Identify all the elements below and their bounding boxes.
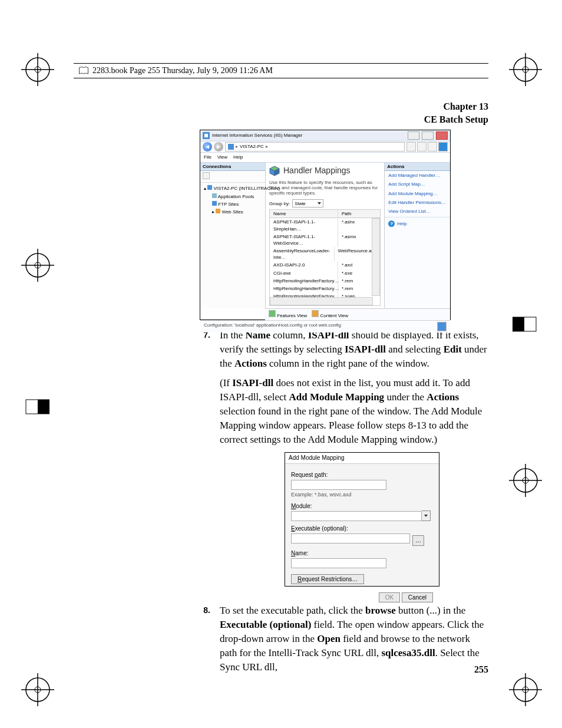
label-executable: Executable (optional): bbox=[291, 525, 433, 533]
handler-grid: Name Path ASPNET-ISAPI-1.1-SimpleHan…*.a… bbox=[269, 209, 381, 306]
add-module-mapping-dialog: Add Module Mapping Request path: Example… bbox=[285, 452, 439, 587]
step7-p1: In the Name column, ISAPI-dll should be … bbox=[220, 328, 488, 370]
close-button[interactable] bbox=[436, 131, 448, 140]
forward-button[interactable]: ► bbox=[214, 142, 223, 151]
svg-rect-33 bbox=[212, 201, 217, 206]
table-row[interactable]: AssemblyResourceLoader-Inte…WebResource.… bbox=[270, 247, 380, 261]
example-hint: Example: *.bas, wsvc.axd bbox=[291, 491, 433, 499]
svg-rect-32 bbox=[212, 193, 217, 198]
svg-rect-27 bbox=[38, 400, 49, 414]
tree-item[interactable]: FTP Sites bbox=[204, 200, 263, 208]
label-name: Name: bbox=[291, 549, 433, 558]
crop-mark-icon bbox=[509, 53, 542, 86]
step-number: 7. bbox=[200, 328, 210, 595]
table-row[interactable]: HttpRemotingHandlerFactory…*.rem bbox=[270, 277, 380, 285]
tree-item[interactable]: ▸ Web Sites bbox=[204, 208, 263, 216]
action-link[interactable]: Edit Handler Permissions… bbox=[385, 198, 450, 207]
connections-pane: Connections ▴ VISTA2-PC (INTELLITRACKIN)… bbox=[200, 163, 266, 308]
tree-root[interactable]: ▴ VISTA2-PC (INTELLITRACKIN) bbox=[204, 185, 263, 192]
main-pane: Handler Mappings Use this feature to spe… bbox=[266, 163, 384, 308]
actions-header: Actions bbox=[385, 163, 450, 171]
browse-button[interactable]: … bbox=[412, 535, 424, 546]
scrollbar-horizontal[interactable] bbox=[270, 297, 373, 305]
tab-features-view[interactable]: Features View bbox=[269, 310, 307, 319]
col-name[interactable]: Name bbox=[270, 210, 338, 218]
action-link[interactable]: Add Managed Handler… bbox=[385, 171, 450, 180]
request-path-input[interactable] bbox=[291, 480, 386, 490]
svg-rect-34 bbox=[216, 209, 220, 213]
name-input[interactable] bbox=[291, 558, 386, 568]
dialog-close-button[interactable] bbox=[426, 455, 435, 462]
table-row[interactable]: ASPNET-ISAPI-1.1-SimpleHan…*.ashx bbox=[270, 218, 380, 232]
ok-button[interactable]: OK bbox=[379, 592, 400, 602]
stop-icon[interactable] bbox=[417, 142, 427, 151]
refresh-icon[interactable] bbox=[406, 142, 416, 151]
table-row[interactable]: HttpRemotingHandlerFactory…*.rem bbox=[270, 285, 380, 292]
request-restrictions-button[interactable]: Request Restrictions… bbox=[291, 574, 364, 584]
book-icon bbox=[78, 66, 89, 75]
tree-toolbar-icon[interactable] bbox=[203, 172, 210, 179]
header-text: 2283.book Page 255 Thursday, July 9, 200… bbox=[92, 65, 273, 77]
menu-view[interactable]: View bbox=[217, 154, 227, 160]
label-module: Module: bbox=[291, 502, 433, 510]
iis-icon bbox=[203, 132, 210, 139]
server-icon bbox=[228, 144, 234, 150]
action-link[interactable]: Add Module Mapping… bbox=[385, 189, 450, 198]
svg-rect-31 bbox=[207, 185, 212, 190]
step-8: 8. To set the executable path, click the… bbox=[200, 604, 488, 680]
page-number: 255 bbox=[474, 663, 488, 676]
maximize-button[interactable] bbox=[422, 131, 434, 140]
menu-file[interactable]: File bbox=[204, 154, 211, 160]
help-icon: ? bbox=[388, 220, 395, 227]
iis-manager-window: Internet Information Services (IIS) Mana… bbox=[200, 130, 451, 320]
window-title: Internet Information Services (IIS) Mana… bbox=[212, 132, 405, 139]
crop-mark-icon bbox=[21, 53, 54, 86]
scrollbar-vertical[interactable] bbox=[372, 218, 380, 296]
col-path[interactable]: Path bbox=[338, 210, 380, 218]
action-link[interactable]: View Ordered List… bbox=[385, 207, 450, 216]
table-row[interactable]: ASPNET-ISAPI-1.1-WebService…*.asmx bbox=[270, 233, 380, 247]
group-label: Group by: bbox=[269, 200, 290, 207]
home-icon[interactable] bbox=[428, 142, 437, 151]
module-dropdown-button[interactable] bbox=[422, 510, 431, 521]
label-request-path: Request path: bbox=[291, 471, 433, 479]
table-row[interactable]: CGI-exe*.exe bbox=[270, 269, 380, 277]
actions-pane: Actions Add Managed Handler…Add Script M… bbox=[384, 163, 450, 308]
connections-header: Connections bbox=[200, 163, 265, 171]
minimize-button[interactable] bbox=[408, 131, 419, 140]
breadcrumb[interactable]: ▸ VISTA2-PC ▸ bbox=[225, 142, 405, 151]
cancel-button[interactable]: Cancel bbox=[402, 592, 433, 602]
feature-title: Handler Mappings bbox=[283, 165, 351, 177]
back-button[interactable]: ◄ bbox=[203, 142, 212, 151]
crop-mark-icon bbox=[509, 464, 542, 497]
help-link[interactable]: ?Help bbox=[385, 219, 450, 229]
menu-help[interactable]: Help bbox=[233, 154, 243, 160]
group-by-select[interactable]: State bbox=[292, 199, 323, 207]
view-tabs: Features View Content View bbox=[265, 308, 450, 320]
step7-p2: (If ISAPI-dll does not exist in the list… bbox=[220, 376, 488, 446]
step-number: 8. bbox=[200, 604, 210, 680]
svg-rect-25 bbox=[513, 317, 524, 331]
feature-desc: Use this feature to specify the resource… bbox=[269, 180, 381, 196]
table-row[interactable]: AXD-ISAPI-2.0*.axd bbox=[270, 261, 380, 269]
crop-mark-icon bbox=[509, 673, 542, 706]
status-icon bbox=[437, 322, 447, 331]
page-header-tag: 2283.book Page 255 Thursday, July 9, 200… bbox=[74, 63, 488, 78]
crop-mark-icon bbox=[21, 673, 54, 706]
action-link[interactable]: Add Script Map… bbox=[385, 180, 450, 189]
help-icon[interactable] bbox=[438, 142, 448, 151]
dialog-title: Add Module Mapping bbox=[289, 454, 345, 462]
step8-text: To set the executable path, click the br… bbox=[220, 604, 488, 674]
step-7: 7. In the Name column, ISAPI-dll should … bbox=[200, 328, 488, 595]
tree-item[interactable]: Application Pools bbox=[204, 193, 263, 200]
crop-mark-icon bbox=[21, 249, 54, 282]
tab-content-view[interactable]: Content View bbox=[312, 310, 348, 319]
dialog-help-button[interactable] bbox=[415, 455, 425, 462]
executable-input[interactable] bbox=[291, 533, 410, 543]
module-input[interactable] bbox=[291, 511, 422, 521]
handler-mappings-icon bbox=[269, 166, 280, 176]
svg-rect-29 bbox=[204, 134, 208, 137]
color-bar-icon bbox=[24, 395, 49, 419]
svg-rect-30 bbox=[228, 144, 234, 150]
chapter-heading: Chapter 13 CE Batch Setup bbox=[424, 100, 488, 127]
